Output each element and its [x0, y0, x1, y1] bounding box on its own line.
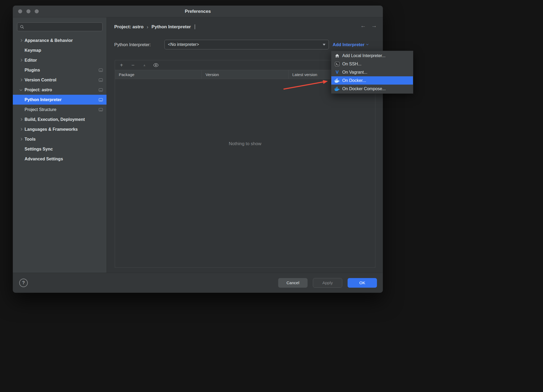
interpreter-select[interactable]: <No interpreter> — [164, 40, 329, 49]
chevron-right-icon[interactable] — [19, 128, 23, 130]
sidebar-item-project-astro[interactable]: Project: astro — [13, 85, 107, 95]
settings-tree: Appearance & Behavior Keymap Editor Plug… — [13, 35, 107, 164]
search-icon — [20, 25, 24, 29]
titlebar: Preferences — [13, 6, 383, 17]
chevron-down-icon[interactable] — [19, 89, 23, 90]
settings-sidebar: Appearance & Behavior Keymap Editor Plug… — [13, 17, 107, 273]
close-button[interactable] — [18, 9, 22, 13]
remove-package-button[interactable]: − — [130, 62, 136, 68]
eye-icon — [153, 63, 159, 67]
window-controls — [18, 6, 39, 17]
add-interpreter-button[interactable]: Add Interpreter — [333, 42, 368, 47]
home-icon — [335, 53, 340, 58]
window-title: Preferences — [185, 9, 211, 14]
preferences-window: Preferences Appearance & Behavior — [13, 6, 383, 293]
per-project-icon — [99, 108, 103, 111]
minimize-button[interactable] — [26, 9, 30, 13]
breadcrumb-separator-icon: › — [147, 24, 148, 30]
cancel-button[interactable]: Cancel — [278, 278, 308, 288]
empty-state-text: Nothing to show — [115, 141, 375, 146]
per-project-icon — [99, 88, 103, 92]
sidebar-item-tools[interactable]: Tools — [13, 134, 107, 144]
sidebar-item-project-structure[interactable]: Project Structure — [13, 105, 107, 114]
chevron-right-icon[interactable] — [19, 39, 23, 41]
breadcrumb-page[interactable]: Python Interpreter — [152, 24, 191, 30]
per-project-icon — [99, 69, 103, 72]
menu-item-on-vagrant[interactable]: V On Vagrant... — [331, 68, 413, 76]
search-input[interactable] — [26, 25, 100, 29]
per-project-icon — [195, 25, 195, 29]
settings-search-field[interactable] — [17, 22, 103, 31]
sidebar-item-build-execution-deployment[interactable]: Build, Execution, Deployment — [13, 114, 107, 124]
sidebar-item-plugins[interactable]: Plugins — [13, 65, 107, 75]
column-header-version[interactable]: Version — [202, 70, 288, 79]
docker-compose-icon — [335, 87, 340, 91]
chevron-right-icon[interactable] — [19, 59, 23, 61]
add-package-button[interactable]: + — [119, 62, 124, 68]
sidebar-item-version-control[interactable]: Version Control — [13, 75, 107, 85]
sidebar-item-advanced-settings[interactable]: Advanced Settings — [13, 154, 107, 164]
sidebar-item-python-interpreter[interactable]: Python Interpreter — [13, 95, 107, 105]
footer-bar: ? Cancel Apply OK — [13, 273, 383, 293]
help-button[interactable]: ? — [19, 279, 28, 287]
interpreter-row: Python Interpreter: <No interpreter> Add… — [114, 40, 375, 49]
zoom-button[interactable] — [35, 9, 39, 13]
per-project-icon — [99, 78, 103, 82]
breadcrumb: Project: astro › Python Interpreter — [114, 23, 195, 31]
interpreter-value: <No interpreter> — [168, 42, 323, 47]
history-nav: ← → — [360, 23, 377, 28]
menu-item-on-docker[interactable]: On Docker... — [331, 76, 413, 85]
docker-icon — [335, 78, 340, 83]
sidebar-item-keymap[interactable]: Keymap — [13, 45, 107, 55]
sidebar-item-settings-sync[interactable]: Settings Sync — [13, 144, 107, 154]
sidebar-item-editor[interactable]: Editor — [13, 55, 107, 65]
menu-item-on-docker-compose[interactable]: On Docker Compose... — [331, 85, 413, 93]
chevron-down-icon — [366, 43, 368, 45]
column-header-package[interactable]: Package — [115, 70, 202, 79]
chevron-right-icon[interactable] — [19, 118, 23, 120]
desktop: Preferences Appearance & Behavior — [0, 0, 543, 392]
breadcrumb-project[interactable]: Project: astro — [114, 24, 144, 30]
menu-item-on-ssh[interactable]: On SSH... — [331, 60, 413, 68]
vagrant-icon: V — [335, 70, 340, 75]
sidebar-item-languages-frameworks[interactable]: Languages & Frameworks — [13, 124, 107, 134]
add-interpreter-menu: Add Local Interpreter... On SSH... V On … — [331, 51, 413, 94]
sidebar-item-appearance-behavior[interactable]: Appearance & Behavior — [13, 35, 107, 45]
show-early-releases-button[interactable] — [153, 63, 159, 67]
forward-arrow-icon[interactable]: → — [371, 23, 377, 28]
menu-item-add-local-interpreter[interactable]: Add Local Interpreter... — [331, 52, 413, 60]
chevron-right-icon[interactable] — [19, 79, 23, 81]
dropdown-caret-icon — [323, 44, 325, 46]
back-arrow-icon[interactable]: ← — [360, 23, 366, 28]
upgrade-package-button[interactable]: ▲ — [142, 64, 147, 67]
ok-button[interactable]: OK — [348, 278, 377, 288]
per-project-icon — [99, 98, 103, 101]
interpreter-label: Python Interpreter: — [114, 42, 164, 47]
apply-button[interactable]: Apply — [313, 278, 342, 288]
chevron-right-icon[interactable] — [19, 138, 23, 140]
ssh-icon — [335, 62, 340, 66]
